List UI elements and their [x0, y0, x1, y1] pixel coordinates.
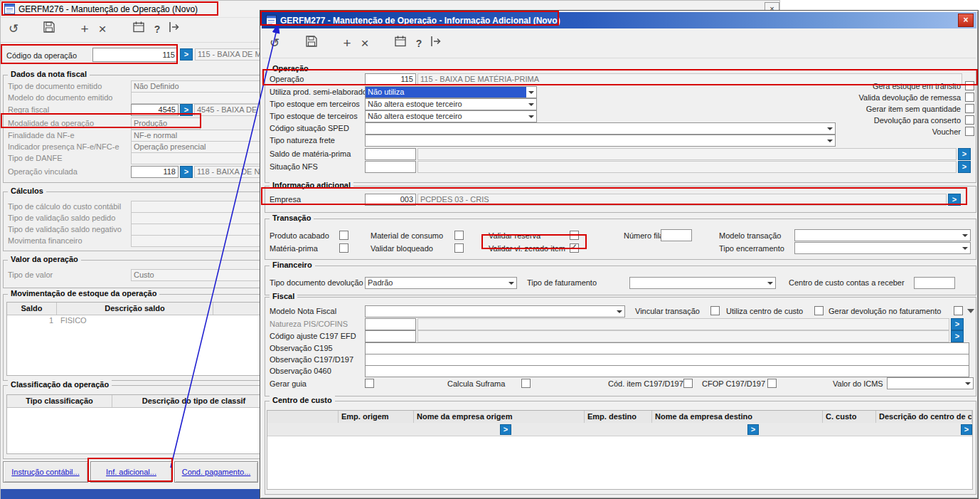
calcula-suframa-checkbox[interactable] — [521, 379, 531, 388]
devolucao-para-conserto-checkbox[interactable] — [965, 115, 974, 125]
mov-estoque-cell-descricao: FISICO — [57, 315, 213, 327]
calendar-icon[interactable] — [130, 21, 147, 38]
codigo-ajuste-c197-lookup-button[interactable]: > — [951, 330, 964, 342]
cfop-c197-d197-checkbox[interactable] — [767, 379, 777, 388]
observacao-c195-input[interactable] — [365, 342, 969, 354]
exit-icon[interactable] — [166, 21, 183, 38]
undo-icon[interactable]: ↺ — [266, 35, 283, 52]
observacao-0460-input[interactable] — [365, 365, 969, 377]
inf-adicional-button[interactable]: Inf. adicional... — [90, 461, 172, 483]
empresa-input[interactable]: 003 — [365, 194, 416, 206]
window2-close-button[interactable]: × — [958, 14, 974, 27]
add-icon[interactable]: + — [339, 35, 356, 52]
codigo-operacao-input[interactable]: 115 — [92, 48, 178, 62]
tipo-natureza-frete-dropdown[interactable] — [365, 135, 836, 147]
save-icon[interactable] — [41, 21, 58, 38]
centro-custo-receber-label: Centro de custo contas a receber — [789, 278, 905, 287]
calendar-icon[interactable] — [392, 35, 409, 52]
help-icon[interactable]: ? — [410, 35, 427, 52]
group-title-informacao-adicional: Informação adicional — [270, 181, 353, 189]
col-header-selector — [267, 411, 339, 423]
codigo-ajuste-c197-input[interactable] — [365, 330, 416, 342]
voucher-checkbox[interactable] — [965, 127, 974, 136]
observacao-c197-d197-label: Observação C197/D197 — [270, 355, 353, 364]
tipo-documento-emitido-label: Tipo de documento emitido — [8, 82, 102, 90]
codigo-situacao-sped-label: Código situação SPED — [270, 124, 349, 132]
col-header-descricao-tipo: Descrição do tipo de classif — [112, 395, 276, 407]
save-icon[interactable] — [303, 35, 320, 52]
tipo-faturamento-dropdown[interactable] — [629, 277, 776, 289]
validar-vl-zerado-item-checkbox[interactable] — [570, 243, 579, 253]
regra-fiscal-input[interactable]: 4545 — [131, 104, 179, 116]
material-consumo-checkbox[interactable] — [454, 231, 464, 240]
movimenta-financeiro-label: Movimenta financeiro — [8, 236, 82, 245]
modelo-nota-fiscal-dropdown[interactable] — [365, 305, 625, 317]
operacao-input[interactable]: 115 — [365, 73, 416, 85]
tipo-estoque-de-terceiros-dropdown[interactable]: Não altera estoque terceiro — [365, 110, 537, 122]
situacao-nfs-label: Situação NFS — [270, 162, 318, 171]
utiliza-prod-semi-elaborado-dropdown[interactable]: Não utiliza — [365, 86, 537, 98]
vincular-transacao-checkbox[interactable] — [710, 306, 720, 315]
undo-icon[interactable]: ↺ — [5, 21, 22, 38]
dropdown-arrow-icon — [960, 230, 970, 241]
tipo-estoque-em-terceiros-dropdown[interactable]: Não altera estoque terceiro — [365, 98, 537, 110]
centro-custo-lookup-button[interactable]: > — [961, 424, 972, 435]
gera-estoque-transito-checkbox[interactable] — [965, 81, 974, 90]
chevron-down-icon[interactable] — [967, 309, 974, 317]
delete-icon[interactable]: × — [94, 21, 111, 38]
modelo-transacao-dropdown[interactable] — [794, 229, 971, 241]
regra-fiscal-label: Regra fiscal — [8, 105, 49, 114]
validar-bloqueado-checkbox[interactable] — [454, 243, 464, 253]
codigo-operacao-lookup-button[interactable]: > — [180, 48, 193, 61]
col-header-c-custo: C. custo — [823, 411, 876, 423]
cod-item-c197-d197-checkbox[interactable] — [683, 379, 693, 388]
cod-item-c197-d197-label: Cód. item C197/D197 — [608, 379, 683, 388]
emp-origem-lookup-button[interactable]: > — [500, 424, 511, 435]
add-icon[interactable]: + — [76, 21, 93, 38]
situacao-nfs-input[interactable] — [365, 161, 416, 173]
dropdown-arrow-icon — [825, 135, 835, 146]
instrucao-contabil-button[interactable]: Instrução contábil... — [3, 461, 88, 483]
cond-pagamento-button[interactable]: Cond. pagamento... — [174, 461, 258, 483]
natureza-pis-cofins-lookup-button[interactable]: > — [951, 318, 964, 330]
tipo-documento-devolucao-dropdown[interactable]: Padrão — [365, 277, 517, 289]
tipo-encerramento-dropdown[interactable] — [794, 242, 971, 254]
produto-acabado-checkbox[interactable] — [339, 231, 348, 240]
col-header-descricao-saldo: Descrição saldo — [57, 303, 213, 315]
utiliza-centro-custo-checkbox[interactable] — [814, 306, 824, 315]
valida-devolucao-remessa-checkbox[interactable] — [965, 93, 974, 102]
centro-custo-receber-input[interactable] — [914, 277, 955, 289]
dropdown-value: Não altera estoque terceiro — [366, 99, 526, 110]
tipo-encerramento-label: Tipo encerramento — [719, 244, 784, 253]
observacao-c197-d197-input[interactable] — [365, 354, 969, 366]
exit-icon[interactable] — [427, 35, 444, 52]
empresa-lookup-button[interactable]: > — [948, 194, 961, 206]
validar-reserva-checkbox[interactable] — [570, 231, 579, 240]
operacao-vinculada-lookup-button[interactable]: > — [180, 166, 193, 178]
tipo-calculo-custo-label: Tipo de cálculo do custo contábil — [8, 202, 121, 211]
vincular-transacao-label: Vincular transação — [635, 307, 700, 315]
gerar-guia-checkbox[interactable] — [365, 379, 374, 388]
situacao-nfs-lookup-button[interactable]: > — [958, 161, 971, 173]
help-icon[interactable]: ? — [149, 21, 166, 38]
gerar-item-sem-quantidade-label: Gerar item sem quantidade — [772, 105, 961, 113]
gerar-item-sem-quantidade-checkbox[interactable] — [965, 104, 974, 113]
codigo-situacao-sped-dropdown[interactable] — [365, 122, 836, 135]
gerar-devolucao-faturamento-checkbox[interactable] — [954, 306, 963, 315]
operacao-vinculada-input[interactable]: 118 — [131, 166, 179, 178]
numero-fila-input[interactable] — [661, 229, 692, 241]
group-title-fiscal: Fiscal — [270, 292, 297, 300]
tipo-documento-devolucao-label: Tipo documento devolução — [270, 278, 363, 287]
delete-icon[interactable]: × — [356, 35, 373, 52]
dropdown-arrow-icon — [765, 278, 775, 288]
natureza-pis-cofins-input[interactable] — [365, 318, 416, 330]
produto-acabado-label: Produto acabado — [270, 231, 329, 240]
dropdown-arrow-icon — [963, 378, 973, 389]
saldo-materia-prima-lookup-button[interactable]: > — [958, 148, 971, 160]
emp-destino-lookup-button[interactable]: > — [747, 424, 759, 435]
saldo-materia-prima-input[interactable] — [365, 148, 416, 160]
valor-icms-dropdown[interactable] — [887, 377, 974, 389]
regra-fiscal-lookup-button[interactable]: > — [180, 104, 193, 116]
gerar-devolucao-faturamento-label: Gerar devolução no faturamento — [829, 307, 941, 315]
materia-prima-checkbox[interactable] — [339, 243, 348, 253]
